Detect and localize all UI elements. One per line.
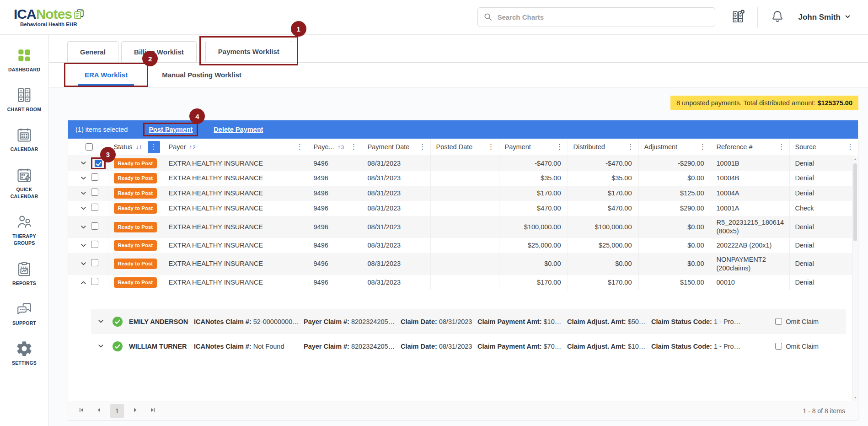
table-row[interactable]: Ready to Post EXTRA HEALTHY INSURANCE 94…	[68, 216, 858, 238]
claim-expand-chevron[interactable]	[97, 318, 104, 325]
row-checkbox[interactable]	[91, 222, 98, 230]
first-page-icon	[79, 407, 84, 414]
sidebar-item-chart-room[interactable]: CHART ROOM	[0, 86, 48, 113]
notifications-button[interactable]	[769, 8, 786, 27]
sidebar-item-dashboard[interactable]: DASHBOARD	[0, 47, 48, 73]
column-header-reference[interactable]: Reference #⋮	[711, 139, 789, 156]
column-menu-button[interactable]: ⋮	[626, 143, 636, 151]
table-row[interactable]: Ready to Post EXTRA HEALTHY INSURANCE 94…	[68, 275, 858, 290]
payer-id-cell: 9496	[308, 216, 362, 238]
adjustment-cell: $125.00	[638, 186, 711, 201]
first-page-button[interactable]	[75, 405, 87, 417]
row-expand-chevron[interactable]	[80, 242, 87, 249]
column-menu-button[interactable]: ⋮	[845, 143, 855, 151]
header-divider	[757, 7, 758, 27]
sidebar-item-quick-calendar[interactable]: QUICK CALENDAR	[0, 167, 48, 200]
column-menu-button[interactable]: ⋮	[295, 143, 305, 151]
row-checkbox[interactable]	[91, 278, 98, 285]
table-row[interactable]: Ready to Post EXTRA HEALTHY INSURANCE 94…	[68, 253, 858, 275]
delete-payment-link[interactable]: Delete Payment	[214, 126, 263, 133]
column-header-source[interactable]: Source⋮	[789, 139, 858, 156]
omit-claim-checkbox[interactable]	[775, 318, 782, 325]
user-name: John Smith	[798, 13, 841, 22]
row-expand-chevron[interactable]	[80, 160, 87, 167]
adjustment-cell: $0.00	[638, 238, 711, 253]
sidebar-item-reports[interactable]: REPORTS	[0, 260, 48, 287]
source-cell: Denial	[789, 238, 858, 253]
next-page-button[interactable]	[129, 405, 141, 417]
calendar-icon	[16, 126, 33, 144]
row-checkbox[interactable]	[91, 204, 98, 211]
row-checkbox[interactable]	[91, 241, 98, 248]
sidebar-item-settings[interactable]: SETTINGS	[0, 340, 48, 367]
scroll-down-arrow-icon[interactable]: ▼	[854, 394, 857, 401]
row-checkbox[interactable]	[91, 173, 98, 181]
claim-expand-chevron[interactable]	[97, 343, 104, 350]
column-header-payment-date[interactable]: Payment Date⋮	[362, 139, 430, 156]
row-expand-chevron[interactable]	[80, 190, 87, 197]
column-header-payer[interactable]: Payer↑2⋮	[163, 139, 308, 156]
posted-date-cell	[430, 275, 499, 290]
payer-id-cell: 9496	[308, 253, 362, 275]
column-header-payer-id[interactable]: Paye...↑3⋮	[308, 139, 362, 156]
row-expand-chevron[interactable]	[80, 260, 87, 267]
column-menu-button[interactable]: ⋮	[555, 143, 565, 151]
row-expand-chevron[interactable]	[80, 205, 87, 212]
payments-grid: (1) items selected Post Payment 4 Delete…	[68, 120, 858, 421]
omit-claim-label: Omit Claim	[786, 318, 819, 325]
table-row[interactable]: 3 Ready to Post EXTRA HEALTHY INSURANCE …	[68, 156, 858, 171]
omit-claim-checkbox[interactable]	[775, 343, 782, 350]
table-row[interactable]: Ready to Post EXTRA HEALTHY INSURANCE 94…	[68, 171, 858, 186]
row-expand-chevron[interactable]	[80, 279, 87, 286]
column-menu-button[interactable]: ⋮	[418, 143, 428, 151]
source-cell: Denial	[789, 186, 858, 201]
sidebar-item-therapy-groups[interactable]: THERAPY GROUPS	[0, 213, 48, 247]
tab-general[interactable]: General	[67, 41, 118, 63]
column-header-adjustment[interactable]: Adjustment⋮	[638, 139, 711, 156]
settings-icon	[16, 340, 33, 357]
column-header-payment[interactable]: Payment⋮	[499, 139, 568, 156]
user-menu[interactable]: John Smith	[798, 13, 851, 22]
therapy-groups-icon	[16, 213, 33, 231]
subtab-manual-posting-worklist[interactable]: Manual Posting Worklist	[148, 63, 255, 87]
column-menu-button[interactable]: ⋮	[148, 141, 160, 153]
tab-billing-worklist[interactable]: Billing Worklist	[121, 41, 197, 63]
banner-amount: $125375.00	[817, 99, 852, 107]
last-page-button[interactable]	[147, 405, 159, 417]
dashboard-icon	[16, 47, 33, 64]
post-payment-link[interactable]: Post Payment	[149, 126, 193, 133]
select-all-checkbox[interactable]	[86, 143, 93, 151]
sidebar-item-calendar[interactable]: CALENDAR	[0, 126, 48, 153]
vertical-scrollbar[interactable]: ▲ ▼	[852, 156, 858, 401]
claim-field: Claim Payment Amt: $70.00	[477, 343, 567, 350]
column-menu-button[interactable]: ⋮	[349, 143, 359, 151]
chart-quick-access-button[interactable]	[729, 7, 747, 27]
table-row[interactable]: Ready to Post EXTRA HEALTHY INSURANCE 94…	[68, 201, 858, 216]
column-menu-button[interactable]: ⋮	[698, 143, 708, 151]
tab-payments-worklist[interactable]: Payments Worklist	[205, 41, 292, 62]
payment-date-cell: 08/31/2023	[362, 216, 430, 238]
scrollbar-thumb[interactable]	[853, 163, 857, 241]
row-checkbox[interactable]	[91, 259, 98, 266]
document-plus-icon	[73, 8, 85, 20]
prev-page-button[interactable]	[93, 405, 105, 417]
sidebar-item-support[interactable]: SUPPORT	[0, 300, 48, 327]
table-row[interactable]: Ready to Post EXTRA HEALTHY INSURANCE 94…	[68, 238, 858, 253]
adjustment-cell: $290.00	[638, 201, 711, 216]
column-header-posted-date[interactable]: Posted Date⋮	[430, 139, 499, 156]
column-header-distributed[interactable]: Distributed⋮	[568, 139, 638, 156]
column-header-status[interactable]: Status↓1⋮	[108, 139, 163, 156]
current-page[interactable]: 1	[110, 404, 124, 418]
omit-claim[interactable]: Omit Claim	[775, 318, 840, 325]
row-expand-chevron[interactable]	[80, 224, 87, 231]
search-input[interactable]	[477, 7, 715, 27]
row-checkbox[interactable]	[91, 189, 98, 196]
column-menu-button[interactable]: ⋮	[486, 143, 496, 151]
subtab-era-worklist[interactable]: ERA Worklist	[78, 64, 134, 86]
omit-claim[interactable]: Omit Claim	[775, 343, 840, 350]
row-expand-chevron[interactable]	[80, 175, 87, 182]
scroll-up-arrow-icon[interactable]: ▲	[854, 156, 857, 162]
table-row[interactable]: Ready to Post EXTRA HEALTHY INSURANCE 94…	[68, 186, 858, 201]
column-menu-button[interactable]: ⋮	[777, 143, 787, 151]
row-checkbox[interactable]	[95, 160, 102, 167]
